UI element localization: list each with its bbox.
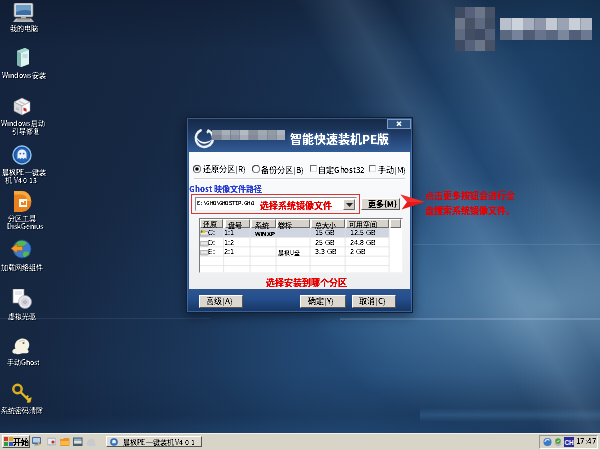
svg-text:CH: CH [564,439,574,446]
